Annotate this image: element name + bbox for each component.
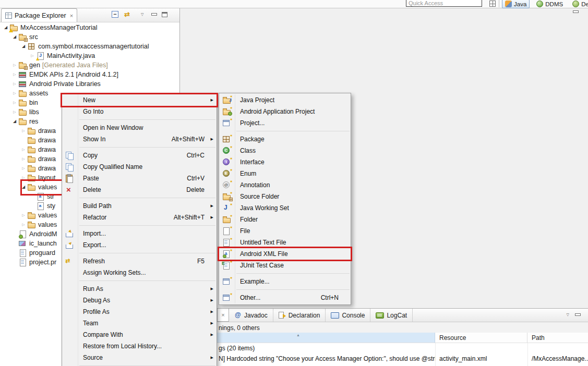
menu-item-other[interactable]: Other...Ctrl+N	[219, 292, 351, 303]
menu-item-export[interactable]: Export...	[62, 239, 217, 251]
menu-item-label: Android Application Project	[240, 108, 315, 115]
menu-item-interface[interactable]: Interface	[219, 156, 351, 168]
menu-item-profile-as[interactable]: Profile As▶	[62, 306, 217, 318]
expand-arrow-icon[interactable]: ▷	[29, 51, 36, 60]
tree-item-gen[interactable]: ▷gen[Generated Java Files]	[0, 60, 179, 70]
minimize-icon[interactable]	[151, 13, 157, 16]
expand-arrow-icon[interactable]: ▷	[20, 154, 27, 164]
minimize-icon[interactable]	[573, 10, 579, 13]
menu-item-restore-from-local-history[interactable]: Restore from Local History...	[62, 340, 217, 352]
tree-item-mainactivity-java[interactable]: ▷MainActivity.java	[0, 51, 179, 60]
menu-item-label: Refactor	[83, 214, 106, 221]
tree-item-android-private-libraries[interactable]: ▷Android Private Libraries	[0, 79, 179, 89]
expand-arrow-icon[interactable]: ▷	[11, 98, 18, 107]
expand-arrow-icon[interactable]: ▷	[11, 70, 18, 79]
tab-console[interactable]: Console	[326, 309, 370, 322]
close-icon[interactable]: ×	[221, 312, 224, 318]
menu-item-junit-test-case[interactable]: JUnit Test Case	[219, 260, 351, 271]
menu-item-file[interactable]: File	[219, 225, 351, 237]
menu-item-source[interactable]: Source▶	[62, 352, 217, 363]
warnings-group-row[interactable]: gs (20 items)	[181, 343, 588, 353]
menu-item-label: Folder	[240, 216, 258, 223]
view-menu-icon[interactable]: ▽	[567, 312, 569, 318]
menu-item-refresh[interactable]: RefreshF5	[62, 255, 217, 267]
view-menu-icon[interactable]: ▽	[141, 12, 143, 17]
expand-arrow-icon[interactable]: ▷	[20, 164, 27, 173]
menu-item-label: Run As	[83, 285, 103, 292]
folder-icon	[18, 117, 28, 126]
tab-label: Declaration	[289, 312, 320, 319]
menu-item-run-as[interactable]: Run As▶	[62, 283, 217, 295]
menu-item-import[interactable]: Import...	[62, 228, 217, 239]
menu-item-copy-qualified-name[interactable]: Copy Qualified Name	[62, 161, 217, 173]
problem-row[interactable]: N] Hardcoded string "...", should use @s…	[181, 364, 588, 366]
menu-item-untitled-text-file[interactable]: Untitled Text File	[219, 237, 351, 248]
tree-item-emdk-apis-2-1-android-4-1-2[interactable]: ▷EMDK APIs 2.1 [Android 4.1.2]	[0, 70, 179, 79]
menu-item-open-in-new-window[interactable]: Open in New Window	[62, 122, 217, 133]
expand-arrow-icon[interactable]: ◢	[11, 32, 18, 42]
menu-item-compare-with[interactable]: Compare With▶	[62, 329, 217, 340]
menu-item-go-into[interactable]: Go Into	[62, 106, 217, 117]
tab-hidden-active[interactable]: ×	[217, 309, 229, 322]
perspective-button-java[interactable]: Java	[502, 0, 530, 8]
menu-item-folder[interactable]: Folder	[219, 214, 351, 225]
expand-arrow-icon[interactable]: ▷	[11, 107, 18, 117]
expand-arrow-icon[interactable]: ▷	[20, 211, 27, 220]
menu-item-source-folder[interactable]: Source Folder	[219, 191, 351, 202]
close-icon[interactable]: ×	[70, 13, 73, 19]
minimize-icon[interactable]	[575, 313, 581, 316]
menu-item-example[interactable]: Example...	[219, 276, 351, 287]
menu-item-package[interactable]: Package	[219, 133, 351, 145]
menu-item-java-project[interactable]: Java Project	[219, 94, 351, 106]
menu-item-java-working-set[interactable]: Java Working Set	[219, 202, 351, 214]
menu-item-project[interactable]: Project...	[219, 117, 351, 129]
expand-arrow-icon[interactable]: ▷	[20, 220, 27, 229]
expand-arrow-icon[interactable]: ◢	[20, 42, 27, 51]
expand-arrow-icon[interactable]: ▷	[20, 126, 27, 136]
icon-gutter	[64, 135, 76, 144]
expand-arrow-icon[interactable]: ▷	[11, 60, 18, 70]
srcfolder-icon	[18, 33, 28, 41]
perspective-button-ddms[interactable]: DDMS	[534, 0, 566, 8]
menu-item-team[interactable]: Team▶	[62, 318, 217, 329]
ddms-perspective-icon	[536, 1, 543, 7]
menu-item-android-application-project[interactable]: Android Application Project	[219, 106, 351, 117]
menu-item-debug-as[interactable]: Debug As▶	[62, 295, 217, 306]
menu-item-enum[interactable]: Enum	[219, 168, 351, 179]
collapse-all-icon[interactable]: −	[112, 11, 118, 18]
expand-arrow-icon[interactable]: ▷	[20, 145, 27, 154]
column-header-description[interactable]: ▲	[181, 333, 435, 343]
quick-access-input[interactable]	[406, 0, 482, 7]
tree-item-src[interactable]: ◢src	[0, 32, 179, 42]
menu-item-delete[interactable]: DeleteDelete	[62, 184, 217, 196]
menu-item-assign-working-sets[interactable]: Assign Working Sets...	[62, 267, 217, 278]
package-explorer-header: Package Explorer × − ⇄ ▽	[0, 8, 179, 22]
column-header-resource[interactable]: Resource	[435, 333, 527, 343]
tab-package-explorer[interactable]: Package Explorer ×	[1, 8, 77, 22]
tab-javadoc[interactable]: Javadoc	[229, 309, 273, 322]
expand-arrow-icon[interactable]: ▷	[11, 79, 18, 89]
menu-item-new[interactable]: New▶	[62, 94, 217, 106]
menu-item-android-xml-file[interactable]: Android XML File	[219, 248, 351, 260]
column-header-path[interactable]: Path	[527, 333, 588, 343]
open-perspective-icon[interactable]	[489, 1, 496, 7]
tree-item-mxaccessmanagertutorial[interactable]: ◢MxAccessManagerTutorial	[0, 23, 179, 32]
tab-declaration[interactable]: Declaration	[273, 309, 326, 322]
menu-item-copy[interactable]: CopyCtrl+C	[62, 150, 217, 161]
menu-item-paste[interactable]: PasteCtrl+V	[62, 173, 217, 184]
perspective-button-debug[interactable]: Debug	[570, 0, 588, 8]
maximize-icon[interactable]	[162, 12, 167, 17]
menu-item-refactor[interactable]: RefactorAlt+Shift+T▶	[62, 212, 217, 223]
menu-item-class[interactable]: Class	[219, 145, 351, 156]
problem-row[interactable]: N] Hardcoded string "Choose your Access …	[181, 353, 588, 364]
menu-item-build-path[interactable]: Build Path▶	[62, 200, 217, 212]
tree-item-com-symbol-mxaccessmanagertutorial[interactable]: ◢com.symbol.mxaccessmanagertutorial	[0, 42, 179, 51]
menu-item-show-in[interactable]: Show InAlt+Shift+W▶	[62, 133, 217, 145]
expand-arrow-icon[interactable]: ▷	[11, 89, 18, 98]
tab-logcat[interactable]: LogCat	[370, 309, 413, 322]
expand-arrow-icon[interactable]: ◢	[11, 117, 18, 126]
menu-item-annotation[interactable]: Annotation	[219, 179, 351, 191]
link-with-editor-icon[interactable]: ⇄	[124, 10, 130, 18]
tree-item-label: proguard	[29, 249, 55, 257]
expand-arrow-icon[interactable]: ◢	[2, 23, 9, 32]
